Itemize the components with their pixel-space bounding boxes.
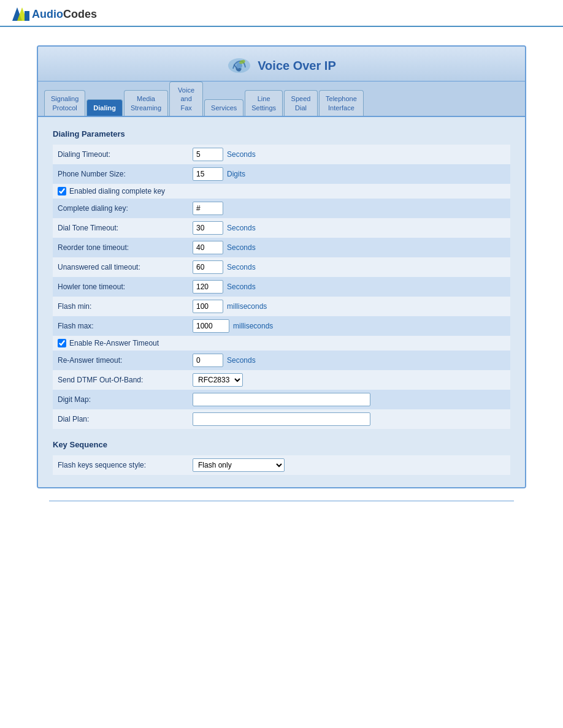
input-complete-dialing-key[interactable] (193, 202, 223, 215)
input-dial-tone-timeout[interactable] (193, 221, 223, 235)
main-content: Voice Over IP Signaling Protocol Dialing… (0, 27, 563, 520)
table-row: Howler tone timeout: Seconds (53, 277, 510, 297)
input-flash-min[interactable] (193, 300, 223, 313)
panel-header: Voice Over IP (38, 47, 525, 82)
label-flash-keys-sequence-style: Flash keys sequence style: (53, 455, 188, 475)
table-row: Enable Re-Answer Timeout (53, 336, 510, 351)
section-title-key-sequence: Key Sequence (53, 440, 510, 449)
checkbox-enabled-dialing-complete-key[interactable] (58, 187, 66, 195)
logo: AudioCodes (12, 7, 97, 21)
input-howler-tone-timeout[interactable] (193, 280, 223, 294)
panel-title: Voice Over IP (258, 59, 335, 73)
table-row: Flash min: milliseconds (53, 297, 510, 316)
label-dial-tone-timeout: Dial Tone Timeout: (53, 218, 188, 238)
input-digit-map[interactable] (193, 393, 370, 406)
input-dialing-timeout[interactable] (193, 148, 223, 161)
input-unanswered-call-timeout[interactable] (193, 260, 223, 274)
label-howler-tone-timeout: Howler tone timeout: (53, 277, 188, 297)
unit-dialing-timeout: Seconds (227, 150, 256, 159)
footer-line (49, 501, 514, 501)
table-row: Re-Answer timeout: Seconds (53, 351, 510, 370)
input-cell-flash-keys-sequence-style: Flash only Flash + Digit Flash + * (188, 455, 510, 475)
svg-rect-2 (25, 11, 29, 21)
input-cell-digit-map (188, 390, 510, 409)
input-re-answer-timeout[interactable] (193, 354, 223, 367)
label-unanswered-call-timeout: Unanswered call timeout: (53, 257, 188, 277)
input-dial-plan[interactable] (193, 412, 370, 426)
tab-line-settings[interactable]: Line Settings (245, 90, 283, 116)
unit-flash-min: milliseconds (227, 302, 267, 311)
page-header: AudioCodes (0, 0, 563, 27)
logo-text: AudioCodes (32, 8, 97, 21)
tab-speed-dial[interactable]: Speed Dial (284, 90, 318, 116)
label-flash-max: Flash max: (53, 316, 188, 336)
label-complete-dialing-key: Complete dialing key: (53, 199, 188, 218)
input-cell-reorder-tone-timeout: Seconds (188, 238, 510, 257)
unit-unanswered-call-timeout: Seconds (227, 263, 256, 271)
checkbox-cell-re-answer-timeout: Enable Re-Answer Timeout (53, 336, 510, 351)
page-wrapper: AudioCodes Voice Over IP S (0, 0, 563, 728)
checkbox-cell-enabled-dialing: Enabled dialing complete key (53, 184, 510, 199)
label-enabled-dialing-complete-key[interactable]: Enabled dialing complete key (58, 187, 505, 195)
label-enable-re-answer-timeout[interactable]: Enable Re-Answer Timeout (58, 339, 505, 347)
tab-voice-and-fax[interactable]: Voice and Fax (169, 82, 203, 116)
table-row: Flash keys sequence style: Flash only Fl… (53, 455, 510, 475)
tab-services[interactable]: Services (204, 99, 243, 116)
input-cell-dialing-timeout: Seconds (188, 145, 510, 164)
tab-media-streaming[interactable]: Media Streaming (124, 90, 168, 116)
table-row: Digit Map: (53, 390, 510, 409)
form-area: Dialing Parameters Dialing Timeout: Seco… (38, 117, 525, 487)
input-cell-dial-plan (188, 409, 510, 429)
label-flash-min: Flash min: (53, 297, 188, 316)
label-digit-map: Digit Map: (53, 390, 188, 409)
table-row: Flash max: milliseconds (53, 316, 510, 336)
select-flash-keys-sequence-style[interactable]: Flash only Flash + Digit Flash + * (193, 458, 285, 472)
table-row: Reorder tone timeout: Seconds (53, 238, 510, 257)
dialing-parameters-table: Dialing Timeout: Seconds Phone Number Si… (53, 145, 510, 429)
table-row: Dialing Timeout: Seconds (53, 145, 510, 164)
main-panel: Voice Over IP Signaling Protocol Dialing… (37, 45, 526, 488)
unit-howler-tone-timeout: Seconds (227, 282, 256, 291)
audiocodes-logo-icon (12, 7, 29, 21)
label-dial-plan: Dial Plan: (53, 409, 188, 429)
unit-phone-number-size: Digits (227, 170, 245, 178)
input-cell-send-dtmf-out-of-band: RFC2833 INFO Disabled (188, 370, 510, 390)
input-cell-dial-tone-timeout: Seconds (188, 218, 510, 238)
table-row: Send DTMF Out-Of-Band: RFC2833 INFO Disa… (53, 370, 510, 390)
unit-reorder-tone-timeout: Seconds (227, 243, 256, 252)
select-send-dtmf-out-of-band[interactable]: RFC2833 INFO Disabled (193, 373, 243, 387)
label-dialing-timeout: Dialing Timeout: (53, 145, 188, 164)
unit-dial-tone-timeout: Seconds (227, 224, 256, 232)
table-row: Dial Tone Timeout: Seconds (53, 218, 510, 238)
input-phone-number-size[interactable] (193, 167, 223, 181)
table-row: Dial Plan: (53, 409, 510, 429)
label-send-dtmf-out-of-band: Send DTMF Out-Of-Band: (53, 370, 188, 390)
label-re-answer-timeout: Re-Answer timeout: (53, 351, 188, 370)
input-reorder-tone-timeout[interactable] (193, 241, 223, 254)
tabs-bar: Signaling Protocol Dialing Media Streami… (38, 82, 525, 117)
tab-dialing[interactable]: Dialing (86, 99, 123, 116)
table-row: Enabled dialing complete key (53, 184, 510, 199)
input-flash-max[interactable] (193, 319, 229, 333)
tab-signaling-protocol[interactable]: Signaling Protocol (44, 90, 85, 116)
table-row: Complete dialing key: (53, 199, 510, 218)
label-reorder-tone-timeout: Reorder tone timeout: (53, 238, 188, 257)
label-phone-number-size: Phone Number Size: (53, 164, 188, 184)
table-row: Unanswered call timeout: Seconds (53, 257, 510, 277)
unit-flash-max: milliseconds (233, 322, 273, 330)
input-cell-re-answer-timeout: Seconds (188, 351, 510, 370)
unit-re-answer-timeout: Seconds (227, 356, 256, 365)
input-cell-flash-min: milliseconds (188, 297, 510, 316)
checkbox-enable-re-answer-timeout[interactable] (58, 339, 66, 347)
input-cell-phone-number-size: Digits (188, 164, 510, 184)
section-title-dialing-parameters: Dialing Parameters (53, 129, 510, 138)
input-cell-flash-max: milliseconds (188, 316, 510, 336)
tab-telephone-interface[interactable]: Telephone Interface (319, 90, 364, 116)
input-cell-unanswered-call-timeout: Seconds (188, 257, 510, 277)
input-cell-complete-dialing-key (188, 199, 510, 218)
voip-icon (227, 56, 251, 75)
table-row: Phone Number Size: Digits (53, 164, 510, 184)
input-cell-howler-tone-timeout: Seconds (188, 277, 510, 297)
key-sequence-table: Flash keys sequence style: Flash only Fl… (53, 455, 510, 475)
